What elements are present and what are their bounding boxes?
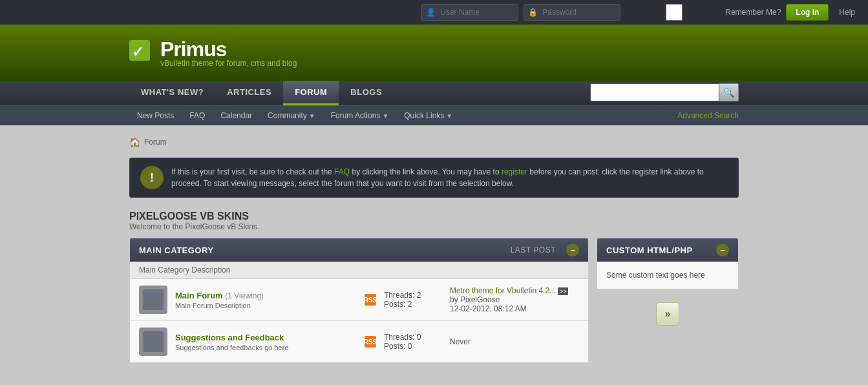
table-row: Suggestions and Feedback Suggestions and…: [130, 321, 588, 362]
forum-avatar: [139, 286, 167, 314]
search-input[interactable]: [590, 83, 719, 101]
remember-wrap: Remember Me?: [626, 4, 781, 21]
avatar-inner: [143, 289, 164, 310]
avatar-inner: [143, 331, 164, 352]
threads-count: Threads: 2: [384, 291, 442, 300]
forum-description: Main Forum Description: [175, 302, 357, 309]
main-content: 🏠 Forum ! If this is your first visit, b…: [0, 125, 868, 369]
login-button[interactable]: Log in: [786, 4, 829, 21]
forum-last-post: Never: [450, 337, 579, 346]
username-wrap: 👤: [421, 4, 518, 21]
last-post-title-link[interactable]: Metro theme for Vbulletin 4.2...: [450, 286, 556, 295]
posts-count: Posts: 0: [384, 342, 442, 351]
last-post-never: Never: [450, 337, 471, 346]
top-bar: 👤 🔒 Remember Me? Log in Help: [0, 0, 868, 25]
forum-stats: Threads: 2 Posts: 2: [384, 291, 442, 309]
header: ✓ Primus vBulletin theme for forum, cms …: [0, 25, 868, 81]
username-input[interactable]: [421, 4, 518, 21]
collapse-button[interactable]: −: [566, 244, 579, 256]
breadcrumb-forum: Forum: [144, 138, 167, 147]
password-input[interactable]: [524, 4, 620, 21]
forum-info: Suggestions and Feedback Suggestions and…: [175, 333, 357, 351]
notice-warning-icon: !: [140, 166, 164, 189]
forum-title-link[interactable]: Main Forum: [175, 291, 223, 300]
nav-search: 🔍: [590, 83, 739, 105]
subnav-quick-links[interactable]: Quick Links ▼: [396, 106, 460, 125]
subnav-new-posts[interactable]: New Posts: [129, 106, 182, 125]
notice-text: If this is your first visit, be sure to …: [171, 166, 728, 189]
advanced-search-link[interactable]: Advanced Search: [677, 111, 739, 120]
home-icon: 🏠: [129, 137, 140, 147]
subnav-calendar[interactable]: Calendar: [213, 106, 260, 125]
quick-links-arrow-icon: ▼: [446, 112, 452, 120]
remember-label: Remember Me?: [725, 8, 781, 17]
forum-title-row: Main Forum (1 Viewing): [175, 291, 357, 300]
table-row: Main Forum (1 Viewing) Main Forum Descri…: [130, 279, 588, 321]
forum-section-heading: PIXELGOOSE VB SKINS: [129, 211, 739, 222]
logo-text: Primus: [160, 37, 226, 61]
search-button[interactable]: 🔍: [719, 83, 739, 101]
help-link[interactable]: Help: [839, 8, 855, 17]
side-panel-collapse-button[interactable]: −: [716, 244, 729, 256]
forum-stats: Threads: 0 Posts: 0: [384, 333, 442, 351]
col-side: CUSTOM HTML/PHP − Some custom text goes …: [597, 238, 739, 338]
forum-section-title: PIXELGOOSE VB SKINS Welcome to the Pixel…: [129, 203, 739, 233]
tab-whats-new[interactable]: WHAT'S NEW?: [129, 81, 215, 105]
tab-blogs[interactable]: BLOGS: [339, 81, 394, 105]
category-description: Main Category Description: [130, 262, 588, 279]
forum-last-post: Metro theme for Vbulletin 4.2... >> by P…: [450, 286, 579, 313]
last-post-arrow-icon: >>: [558, 287, 568, 295]
forum-title-link[interactable]: Suggestions and Feedback: [175, 333, 284, 342]
notice-box: ! If this is your first visit, be sure t…: [129, 158, 739, 198]
subnav-forum-actions[interactable]: Forum Actions ▼: [323, 106, 397, 125]
password-wrap: 🔒: [524, 4, 620, 21]
tab-forum[interactable]: FORUM: [283, 81, 339, 105]
side-panel: CUSTOM HTML/PHP − Some custom text goes …: [597, 238, 739, 289]
subnav-community[interactable]: Community ▼: [260, 106, 323, 125]
notice-faq-link[interactable]: FAQ: [334, 167, 350, 176]
forum-section-subtitle: Welcome to the PixelGoose vB Skins.: [129, 222, 739, 231]
logo-area: ✓ Primus vBulletin theme for forum, cms …: [129, 37, 297, 68]
breadcrumb: 🏠 Forum: [129, 132, 739, 152]
posts-count: Posts: 2: [384, 300, 442, 309]
forum-avatar: [139, 328, 167, 356]
last-post-date: 12-02-2012, 08:12 AM: [450, 304, 579, 313]
scroll-right-button[interactable]: »: [656, 302, 679, 326]
category-title: MAIN CATEGORY: [139, 245, 214, 255]
sub-nav: New Posts FAQ Calendar Community ▼ Forum…: [0, 105, 868, 125]
rss-icon[interactable]: RSS: [365, 294, 376, 306]
two-col-layout: MAIN CATEGORY LAST POST − Main Category …: [129, 238, 739, 363]
community-arrow-icon: ▼: [309, 112, 315, 120]
nav-tabs: WHAT'S NEW? ARTICLES FORUM BLOGS 🔍: [0, 81, 868, 105]
last-post-label: LAST POST: [511, 245, 556, 255]
logo-sub: vBulletin theme for forum, cms and blog: [160, 59, 297, 68]
logo-icon: ✓: [129, 40, 155, 66]
forum-viewing-count: (1 Viewing): [225, 291, 264, 300]
side-panel-title: CUSTOM HTML/PHP: [606, 245, 693, 255]
col-main: MAIN CATEGORY LAST POST − Main Category …: [129, 238, 589, 363]
forum-info: Main Forum (1 Viewing) Main Forum Descri…: [175, 291, 357, 309]
threads-count: Threads: 0: [384, 333, 442, 342]
category-header: MAIN CATEGORY LAST POST −: [130, 238, 588, 262]
forum-description: Suggestions and feedbacks go here: [175, 344, 357, 351]
user-icon: 👤: [426, 8, 436, 17]
svg-text:✓: ✓: [132, 44, 143, 60]
side-panel-header: CUSTOM HTML/PHP −: [597, 238, 738, 262]
forum-actions-arrow-icon: ▼: [382, 112, 388, 120]
notice-register-link[interactable]: register: [502, 167, 527, 176]
lock-icon: 🔒: [528, 8, 538, 17]
side-panel-body: Some custom text goes here: [597, 262, 738, 289]
category-header-right: LAST POST −: [511, 244, 579, 256]
subnav-faq[interactable]: FAQ: [182, 106, 213, 125]
rss-icon[interactable]: RSS: [365, 336, 376, 348]
forum-title-row: Suggestions and Feedback: [175, 333, 357, 342]
last-post-by: by PixelGoose: [450, 295, 579, 304]
main-category-block: MAIN CATEGORY LAST POST − Main Category …: [129, 238, 589, 363]
logo-text-wrap: Primus vBulletin theme for forum, cms an…: [160, 37, 297, 68]
tab-articles[interactable]: ARTICLES: [215, 81, 283, 105]
remember-checkbox[interactable]: [626, 4, 723, 21]
